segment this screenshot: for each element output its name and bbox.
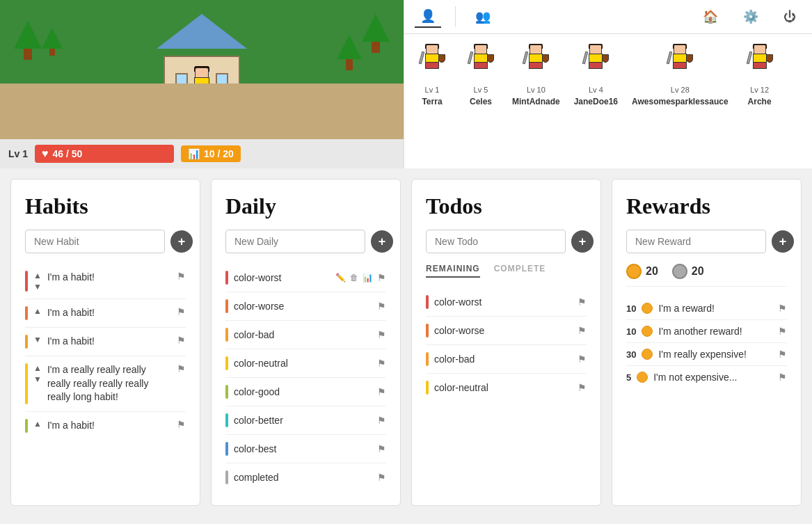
todo-item: color-neutral ⚑ [426, 374, 587, 402]
flag-icon[interactable]: ⚑ [377, 415, 386, 426]
daily-list: color-worst ✏️ 🗑 📊 ⚑ color-worse ⚑ color… [225, 264, 386, 491]
arrow-up-icon[interactable]: ▲ [33, 306, 42, 316]
reward-cost: 5 [626, 372, 631, 383]
flag-icon[interactable]: ⚑ [578, 296, 587, 308]
edit-icon[interactable]: ✏️ [335, 273, 346, 283]
flag-icon[interactable]: ⚑ [778, 372, 787, 383]
arrow-down-icon[interactable]: ▼ [33, 374, 42, 384]
habit-color-bar [25, 335, 28, 349]
flag-icon[interactable]: ⚑ [778, 326, 787, 337]
reward-text: I'm really expensive! [658, 349, 772, 360]
reward-item[interactable]: 30 I'm really expensive! ⚑ [626, 343, 787, 366]
daily-text: color-worst [234, 272, 330, 283]
nav-group[interactable]: 👥 [470, 6, 496, 27]
nav-power[interactable]: ⏻ [778, 7, 802, 27]
tab-remaining[interactable]: REMAINING [426, 264, 480, 278]
daily-add-button[interactable]: + [371, 230, 393, 253]
todo-item: color-worst ⚑ [426, 288, 587, 317]
game-scene [0, 0, 404, 139]
daily-actions: ⚑ [377, 415, 386, 426]
reward-cost: 10 [626, 326, 636, 337]
gold-amount: 20 [646, 265, 658, 278]
todo-color-bar [426, 352, 429, 366]
party-member-4[interactable]: Lv 28 Awesomesparklessauce [632, 45, 729, 106]
arrow-up-icon[interactable]: ▲ [33, 271, 42, 280]
party-member-2[interactable]: Lv 10 MintAdnade [512, 45, 560, 106]
daily-actions: ⚑ [377, 386, 386, 397]
xp-bar: 📊 10 / 20 [181, 145, 241, 162]
flag-icon[interactable]: ⚑ [177, 419, 186, 430]
tab-complete[interactable]: COMPLETE [494, 264, 546, 278]
arrow-up-icon[interactable]: ▲ [33, 363, 42, 373]
member-avatar-3 [578, 45, 613, 83]
flag-icon[interactable]: ⚑ [578, 325, 587, 336]
trash-icon[interactable]: 🗑 [350, 273, 358, 283]
party-member-5[interactable]: Lv 12 Arche [742, 45, 777, 106]
daily-actions: ⚑ [377, 329, 386, 340]
habits-panel: Habits + ▲▼ I'm a habit! ⚑ ▲ I'm a habit… [10, 179, 200, 506]
flag-icon[interactable]: ⚑ [377, 443, 386, 454]
arrow-down-icon[interactable]: ▼ [33, 282, 42, 292]
rewards-new-input[interactable] [626, 230, 766, 253]
member-avatar-0 [415, 45, 449, 83]
daily-title: Daily [225, 193, 386, 219]
flag-icon[interactable]: ⚑ [377, 386, 386, 397]
todo-color-bar [426, 381, 429, 395]
reward-coin-icon [637, 372, 648, 383]
reward-item[interactable]: 10 I'm another reward! ⚑ [626, 320, 787, 343]
daily-text: completed [234, 472, 372, 483]
habits-add-button[interactable]: + [170, 230, 193, 253]
nav-home[interactable]: 🏠 [697, 6, 724, 27]
todos-new-input[interactable] [426, 230, 566, 253]
health-value: 46 / 50 [53, 148, 83, 159]
reward-item[interactable]: 10 I'm a reward! ⚑ [626, 297, 787, 320]
reward-item[interactable]: 5 I'm not expensive... ⚑ [626, 366, 787, 388]
nav-settings[interactable]: ⚙️ [738, 6, 764, 27]
flag-icon[interactable]: ⚑ [377, 472, 386, 483]
arrow-down-icon[interactable]: ▼ [33, 335, 42, 344]
flag-icon[interactable]: ⚑ [177, 335, 186, 346]
daily-color-bar [225, 385, 228, 399]
habit-arrows: ▲ [33, 306, 42, 316]
party-member-1[interactable]: Lv 5 Celes [463, 45, 498, 106]
top-section: Lv 1 ♥ 46 / 50 📊 10 / 20 👤 👥 🏠 ⚙️ ⏻ [0, 0, 812, 168]
reward-cost: 30 [626, 349, 636, 360]
daily-new-input[interactable] [225, 230, 365, 253]
flag-icon[interactable]: ⚑ [377, 358, 386, 369]
daily-item: color-good ⚑ [225, 378, 386, 406]
reward-coin-icon [642, 326, 653, 337]
flag-icon[interactable]: ⚑ [177, 306, 186, 317]
nav-profile[interactable]: 👤 [415, 6, 441, 28]
flag-icon[interactable]: ⚑ [377, 272, 386, 283]
daily-text: color-good [234, 386, 372, 397]
flag-icon[interactable]: ⚑ [377, 301, 386, 312]
flag-icon[interactable]: ⚑ [177, 271, 186, 282]
todo-item: color-bad ⚑ [426, 345, 587, 374]
flag-icon[interactable]: ⚑ [177, 363, 186, 374]
flag-icon[interactable]: ⚑ [578, 354, 587, 365]
habits-new-input[interactable] [25, 230, 165, 253]
xp-value: 10 / 20 [204, 148, 234, 159]
tree-2 [42, 28, 63, 56]
rewards-add-button[interactable]: + [772, 230, 794, 253]
arrow-up-icon[interactable]: ▲ [33, 419, 42, 429]
party-member-3[interactable]: Lv 4 JaneDoe16 [574, 45, 618, 106]
member-name-4: Awesomesparklessauce [632, 97, 729, 106]
habit-item: ▼ I'm a habit! ⚑ [25, 328, 186, 356]
habits-title: Habits [25, 193, 186, 219]
member-name-0: Terra [422, 97, 442, 106]
member-level-0: Lv 1 [425, 86, 440, 94]
reward-coin-icon [642, 303, 653, 314]
habit-arrows: ▲▼ [33, 363, 42, 384]
habit-text: I'm a habit! [47, 419, 171, 433]
avatar-area: Lv 1 ♥ 46 / 50 📊 10 / 20 [0, 0, 404, 168]
daily-item: color-neutral ⚑ [225, 349, 386, 378]
flag-icon[interactable]: ⚑ [377, 329, 386, 340]
flag-icon[interactable]: ⚑ [778, 303, 787, 314]
chart-icon[interactable]: 📊 [363, 273, 373, 283]
flag-icon[interactable]: ⚑ [778, 349, 787, 360]
todos-add-button[interactable]: + [571, 230, 594, 253]
flag-icon[interactable]: ⚑ [578, 382, 587, 393]
habit-color-bar [25, 419, 28, 433]
party-member-0[interactable]: Lv 1 Terra [415, 45, 449, 106]
